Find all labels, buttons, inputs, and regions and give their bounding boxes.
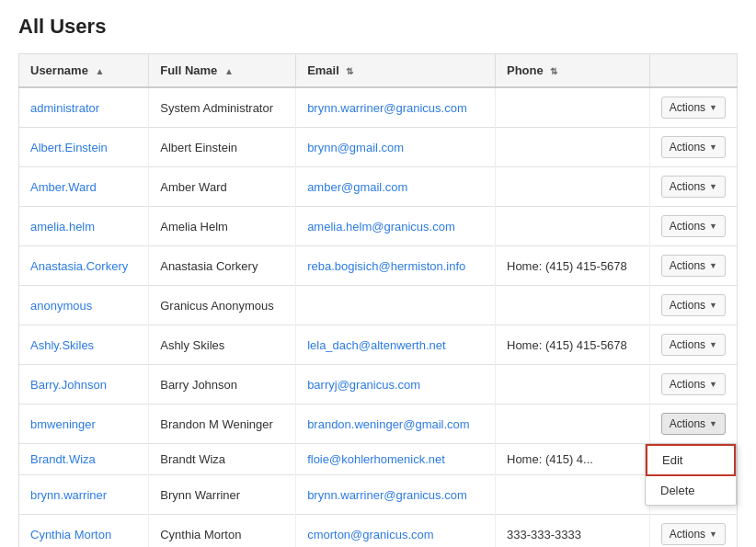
cell-phone: Home: (415) 415-5678: [496, 246, 650, 286]
email-link[interactable]: cmorton@granicus.com: [307, 528, 433, 541]
email-link[interactable]: amber@gmail.com: [307, 180, 407, 194]
cell-fullname: Cynthia Morton: [149, 515, 296, 548]
cell-phone: [496, 87, 650, 128]
col-phone: Phone ⇅: [496, 54, 650, 88]
username-link[interactable]: Ashly.Skiles: [30, 338, 94, 352]
email-link[interactable]: barryj@granicus.com: [307, 378, 420, 392]
cell-username: Amber.Ward: [19, 167, 149, 207]
email-link[interactable]: floie@kohlerhomenick.net: [307, 452, 445, 466]
email-link[interactable]: brynn.warriner@granicus.com: [307, 101, 467, 115]
sort-fullname-icon[interactable]: ▲: [224, 66, 234, 76]
cell-actions: Actions ▼: [649, 128, 737, 167]
username-link[interactable]: Cynthia Morton: [30, 528, 111, 541]
cell-phone: 333-333-3333: [496, 515, 650, 548]
actions-button[interactable]: Actions ▼: [661, 294, 726, 316]
actions-button[interactable]: Actions ▼: [661, 334, 726, 356]
cell-fullname: Amelia Helm: [149, 207, 296, 246]
col-email: Email ⇅: [296, 54, 496, 88]
sort-username-icon[interactable]: ▲: [96, 66, 105, 76]
cell-phone: Home: (415) 415-5678: [496, 325, 650, 365]
cell-actions: Actions ▼EditDelete: [649, 405, 737, 444]
actions-button[interactable]: Actions ▼: [661, 97, 726, 119]
username-link[interactable]: Albert.Einstein: [30, 141, 108, 154]
cell-fullname: Albert Einstein: [149, 128, 296, 167]
username-link[interactable]: Barry.Johnson: [30, 378, 107, 392]
table-row: Cynthia MortonCynthia Mortoncmorton@gran…: [19, 515, 738, 548]
cell-phone: [496, 286, 650, 325]
email-link[interactable]: reba.bogisich@hermiston.info: [307, 259, 465, 273]
email-link[interactable]: brynn.warriner@granicus.com: [307, 488, 467, 502]
username-link[interactable]: bmweninger: [30, 417, 96, 431]
cell-email: reba.bogisich@hermiston.info: [296, 246, 496, 286]
cell-username: brynn.warriner: [19, 475, 149, 515]
actions-button[interactable]: Actions ▼: [661, 255, 726, 277]
cell-email: [296, 286, 496, 325]
cell-phone: [496, 365, 650, 405]
caret-icon: ▼: [709, 103, 717, 112]
cell-actions: Actions ▼: [649, 365, 737, 405]
cell-email: cmorton@granicus.com: [296, 515, 496, 548]
cell-fullname: Granicus Anonymous: [149, 286, 296, 325]
cell-fullname: Ashly Skiles: [149, 325, 296, 365]
sort-phone-icon[interactable]: ⇅: [550, 66, 557, 76]
cell-username: Brandt.Wiza: [19, 444, 149, 475]
cell-actions: Actions ▼: [649, 325, 737, 365]
page-title: All Users: [18, 15, 738, 39]
email-link[interactable]: lela_dach@altenwerth.net: [307, 338, 446, 352]
table-row: Brandt.WizaBrandt Wizafloie@kohlerhomeni…: [19, 444, 738, 475]
actions-button[interactable]: Actions ▼: [661, 373, 726, 395]
email-link[interactable]: amelia.helm@granicus.com: [307, 220, 455, 234]
caret-icon: ▼: [709, 261, 717, 270]
cell-phone: [496, 128, 650, 167]
cell-fullname: Amber Ward: [149, 167, 296, 207]
cell-email: floie@kohlerhomenick.net: [296, 444, 496, 475]
actions-button[interactable]: Actions ▼: [661, 413, 726, 435]
caret-icon: ▼: [709, 419, 717, 428]
username-link[interactable]: Amber.Ward: [30, 180, 97, 194]
caret-icon: ▼: [709, 182, 717, 191]
dropdown-item-edit[interactable]: Edit: [646, 444, 736, 476]
cell-actions: Actions ▼: [649, 246, 737, 286]
cell-actions: Actions ▼: [649, 286, 737, 325]
table-row: brynn.warrinerBrynn Warrinerbrynn.warrin…: [19, 475, 738, 515]
col-actions: [649, 54, 737, 88]
cell-phone: [496, 475, 650, 515]
cell-actions: Actions ▼: [649, 207, 737, 246]
caret-icon: ▼: [709, 301, 717, 310]
cell-fullname: Brandon M Weninger: [149, 405, 296, 444]
username-link[interactable]: anonymous: [30, 299, 92, 313]
username-link[interactable]: brynn.warriner: [30, 488, 107, 502]
cell-username: amelia.helm: [19, 207, 149, 246]
caret-icon: ▼: [709, 340, 717, 349]
cell-email: lela_dach@altenwerth.net: [296, 325, 496, 365]
actions-button[interactable]: Actions ▼: [661, 176, 726, 198]
email-link[interactable]: brandon.weninger@gmail.com: [307, 417, 470, 431]
table-row: anonymousGranicus AnonymousActions ▼: [19, 286, 738, 325]
username-link[interactable]: Brandt.Wiza: [30, 452, 96, 466]
cell-fullname: Brynn Warriner: [149, 475, 296, 515]
username-link[interactable]: administrator: [30, 101, 99, 115]
actions-dropdown-menu: EditDelete: [645, 443, 737, 506]
caret-icon: ▼: [709, 222, 717, 231]
cell-username: Ashly.Skiles: [19, 325, 149, 365]
cell-username: Barry.Johnson: [19, 365, 149, 405]
cell-fullname: System Administrator: [149, 87, 296, 128]
table-row: Amber.WardAmber Wardamber@gmail.comActio…: [19, 167, 738, 207]
table-row: Barry.JohnsonBarry Johnsonbarryj@granicu…: [19, 365, 738, 405]
username-link[interactable]: amelia.helm: [30, 220, 95, 234]
username-link[interactable]: Anastasia.Corkery: [30, 259, 128, 273]
cell-email: amber@gmail.com: [296, 167, 496, 207]
dropdown-item-delete[interactable]: Delete: [646, 476, 736, 505]
sort-email-icon[interactable]: ⇅: [346, 66, 353, 76]
table-row: Anastasia.CorkeryAnastasia Corkeryreba.b…: [19, 246, 738, 286]
email-link[interactable]: brynn@gmail.com: [307, 141, 404, 154]
cell-fullname: Anastasia Corkery: [149, 246, 296, 286]
caret-icon: ▼: [709, 530, 717, 539]
cell-username: administrator: [19, 87, 149, 128]
cell-username: anonymous: [19, 286, 149, 325]
actions-button[interactable]: Actions ▼: [661, 136, 726, 158]
actions-button[interactable]: Actions ▼: [661, 215, 726, 237]
cell-username: Cynthia Morton: [19, 515, 149, 548]
actions-button[interactable]: Actions ▼: [661, 523, 726, 545]
cell-username: Albert.Einstein: [19, 128, 149, 167]
